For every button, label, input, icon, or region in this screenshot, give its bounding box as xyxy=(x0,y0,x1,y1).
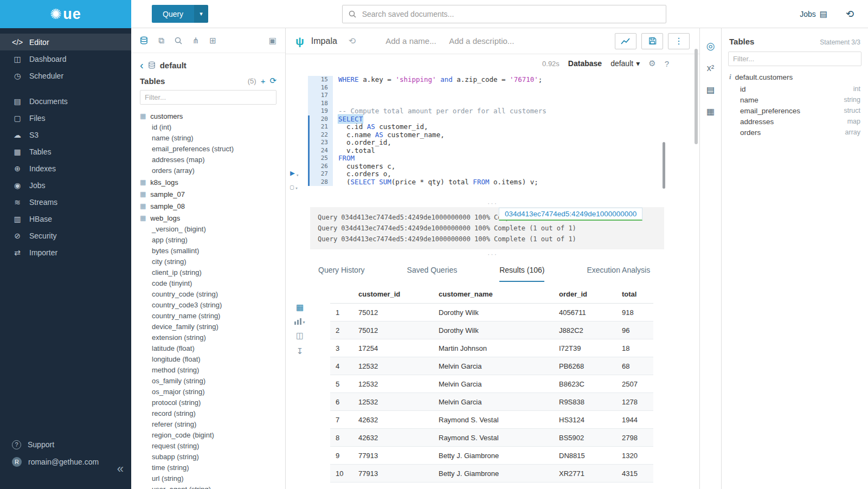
save-button[interactable] xyxy=(641,33,663,49)
code-text[interactable] xyxy=(333,100,338,108)
column-header[interactable]: order_id xyxy=(554,285,616,304)
editor-resize-handle[interactable]: ··· xyxy=(286,198,699,207)
language-reference-icon[interactable]: ▤ xyxy=(706,85,715,95)
column-row[interactable]: name (string) xyxy=(140,133,285,144)
code-text[interactable]: -- Compute total amount per order for al… xyxy=(333,107,546,115)
execute-query-button[interactable]: ▶ ▾ xyxy=(290,168,299,178)
column-row[interactable]: os_major (string) xyxy=(140,387,285,397)
download-results-icon[interactable]: ↧ xyxy=(297,346,304,356)
column-row[interactable]: code (tinyint) xyxy=(140,278,285,289)
column-row[interactable]: orders (array) xyxy=(140,165,285,176)
query-description-input[interactable] xyxy=(448,36,529,46)
add-table-icon[interactable]: + xyxy=(261,76,266,86)
current-database-name[interactable]: default xyxy=(160,61,187,70)
query-id-tooltip[interactable]: 034d413ec7474ed5:4249de1000000000 xyxy=(499,208,642,221)
table-row[interactable]: ▦sample_08 xyxy=(140,200,285,212)
column-row[interactable]: longitude (float) xyxy=(140,354,285,365)
sidebar-item-hbase[interactable]: ▥HBase xyxy=(0,210,131,227)
code-text[interactable]: o.order_id, xyxy=(333,139,391,147)
zoom-source-icon[interactable] xyxy=(175,37,182,44)
column-row[interactable]: subapp (string) xyxy=(140,452,285,462)
column-row[interactable]: os_family (string) xyxy=(140,376,285,387)
sidebar-item-user[interactable]: R romain@gethue.com xyxy=(0,453,131,471)
sidebar-item-jobs[interactable]: ◉Jobs xyxy=(0,177,131,194)
column-row[interactable]: referer (string) xyxy=(140,419,285,430)
code-text[interactable]: c.id AS customer_id, xyxy=(333,123,428,131)
column-row[interactable]: country_name (string) xyxy=(140,311,285,321)
column-row[interactable]: bytes (smallint) xyxy=(140,246,285,256)
column-row[interactable]: addresses (map) xyxy=(140,155,285,165)
code-text[interactable]: customers c, xyxy=(333,163,395,171)
column-row[interactable]: idint xyxy=(722,83,868,94)
column-row[interactable]: protocol (string) xyxy=(140,397,285,408)
table-row[interactable]: ▦customers xyxy=(140,110,285,122)
search-input[interactable] xyxy=(361,9,660,19)
active-table-row[interactable]: i default.customers xyxy=(722,72,868,83)
sidebar-item-security[interactable]: ⊘Security xyxy=(0,227,131,244)
column-row[interactable]: method (string) xyxy=(140,365,285,376)
code-text[interactable]: (SELECT SUM(price * qty) total FROM o.it… xyxy=(333,178,538,186)
main-scrollbar[interactable] xyxy=(695,49,698,144)
functions-icon[interactable]: x² xyxy=(707,63,714,73)
column-row[interactable]: request (string) xyxy=(140,441,285,452)
column-row[interactable]: city (string) xyxy=(140,256,285,267)
log-resize-handle[interactable]: ··· xyxy=(286,249,699,258)
sidebar-item-editor[interactable]: </>Editor xyxy=(0,34,131,50)
sql-source-icon[interactable] xyxy=(140,36,148,44)
new-query-button[interactable]: Query ▾ xyxy=(152,5,208,23)
sidebar-item-files[interactable]: ▢Files xyxy=(0,110,131,126)
sidebar-item-scheduler[interactable]: ◷Scheduler xyxy=(0,67,131,84)
column-header[interactable]: customer_id xyxy=(353,285,433,304)
code-text[interactable] xyxy=(333,92,338,100)
column-row[interactable]: user_agent (string) xyxy=(140,484,285,489)
column-row[interactable]: latitude (float) xyxy=(140,343,285,354)
code-text[interactable] xyxy=(333,84,338,92)
sidebar-item-importer[interactable]: ⇄Importer xyxy=(0,244,131,261)
table-row[interactable]: ▦sample_07 xyxy=(140,188,285,200)
tab-execution-analysis[interactable]: Execution Analysis xyxy=(587,266,650,282)
hdfs-source-icon[interactable]: ⋔ xyxy=(192,36,200,46)
code-text[interactable]: FROM xyxy=(333,155,355,163)
schedule-icon[interactable]: ▦ xyxy=(706,106,715,117)
tab-saved-queries[interactable]: Saved Queries xyxy=(407,266,458,282)
quick-query-icon[interactable]: ◎ xyxy=(706,40,715,52)
column-row[interactable]: id (int) xyxy=(140,122,285,133)
column-row[interactable]: country_code3 (string) xyxy=(140,300,285,311)
column-row[interactable]: email_preferences (struct) xyxy=(140,144,285,155)
sidebar-item-tables[interactable]: ▦Tables xyxy=(0,143,131,160)
code-text[interactable]: v.total xyxy=(333,147,375,155)
sidebar-item-indexes[interactable]: ⊕Indexes xyxy=(0,160,131,177)
tab-query-history[interactable]: Query History xyxy=(318,266,365,282)
statement-selector-button[interactable]: ▢ ▾ xyxy=(290,183,298,191)
code-text[interactable]: c.orders o, xyxy=(333,170,391,178)
column-row[interactable]: device_family (string) xyxy=(140,321,285,332)
sidebar-collapse-button[interactable]: « xyxy=(117,462,124,476)
refresh-tables-icon[interactable]: ⟳ xyxy=(269,76,277,86)
column-row[interactable]: email_preferencesstruct xyxy=(722,105,868,116)
column-row[interactable]: region_code (bigint) xyxy=(140,430,285,441)
new-query-label[interactable]: Query xyxy=(152,5,194,23)
code-text[interactable]: SELECT xyxy=(333,115,363,124)
editor-history-icon[interactable]: ⟲ xyxy=(349,36,356,46)
global-search[interactable] xyxy=(342,5,666,23)
table-row[interactable]: ▦web_logs xyxy=(140,212,285,224)
table-row[interactable]: ▦k8s_logs xyxy=(140,176,285,188)
code-text[interactable]: WHERE a.key = 'shipping' and a.zip_code … xyxy=(333,76,542,84)
sidebar-item-support[interactable]: ? Support xyxy=(0,436,131,453)
back-chevron-icon[interactable]: ‹ xyxy=(140,60,144,70)
sidebar-item-streams[interactable]: ≋Streams xyxy=(0,194,131,210)
sidebar-item-dashboard[interactable]: ◫Dashboard xyxy=(0,50,131,67)
sidebar-item-documents[interactable]: ▤Documents xyxy=(0,93,131,110)
column-header[interactable]: customer_name xyxy=(433,285,554,304)
more-actions-button[interactable]: ⋮ xyxy=(668,33,690,49)
column-row[interactable]: url (string) xyxy=(140,473,285,484)
query-dropdown-caret[interactable]: ▾ xyxy=(194,5,208,23)
grid-view-icon[interactable]: ▦ xyxy=(296,303,304,312)
right-panel-filter-input[interactable] xyxy=(728,52,861,66)
column-row[interactable]: _version_ (bigint) xyxy=(140,224,285,235)
database-select[interactable]: default ▾ xyxy=(610,59,640,68)
code-text[interactable]: c.name AS customer_name, xyxy=(333,131,445,139)
column-row[interactable]: extension (string) xyxy=(140,332,285,343)
column-row[interactable]: namestring xyxy=(722,94,868,105)
column-row[interactable]: ordersarray xyxy=(722,127,868,138)
